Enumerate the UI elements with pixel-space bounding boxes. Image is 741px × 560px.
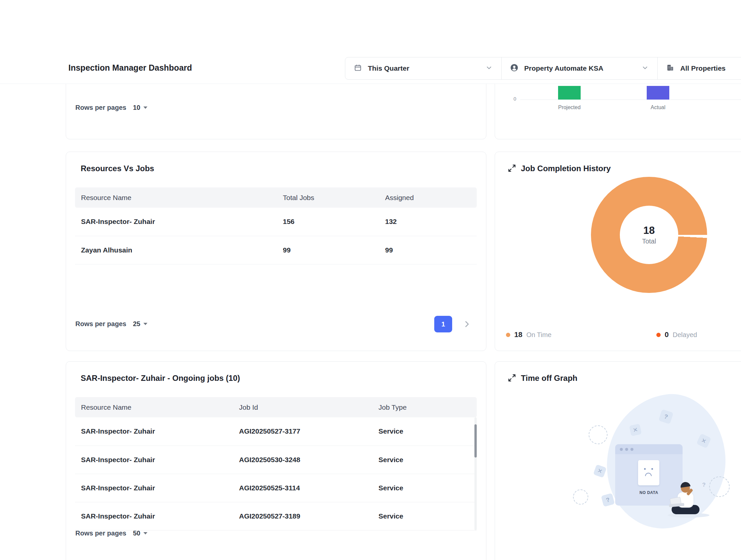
building-icon [666,64,674,73]
legend-item-on-time[interactable]: 18 On Time [506,330,551,339]
column-header: Resource Name [75,187,277,208]
rows-per-page-select[interactable]: 50 [133,530,147,537]
job-id-cell: AGI20250527-3177 [233,417,373,446]
resource-name-cell: SAR-Inspector- Zuhair [75,446,233,474]
page-title: Inspection Manager Dashboard [68,63,192,73]
resources-table: Resource Name Total Jobs Assigned SAR-In… [75,187,477,264]
table-row[interactable]: SAR-Inspector- Zuhair AGI20250527-3189 S… [75,502,477,530]
caret-down-icon [143,106,147,109]
page-1-button[interactable]: 1 [434,316,452,332]
calendar-icon [354,64,362,73]
card-title: SAR-Inspector- Zuhair - Ongoing jobs (10… [81,374,240,383]
table-row[interactable]: SAR-Inspector- Zuhair 156 132 [75,208,477,236]
account-filter-dropdown[interactable]: Property Automate KSA [501,57,657,79]
legend-dot-on-time [506,333,510,337]
job-type-cell: Service [373,417,477,446]
properties-filter-label: All Properties [680,64,726,72]
bar-label-projected: Projected [546,104,593,110]
resources-vs-jobs-card: Resources Vs Jobs Resource Name Total Jo… [66,152,486,351]
y-axis-zero-label: 0 [503,96,516,101]
user-icon [510,64,518,73]
caret-down-icon [143,323,147,325]
resource-name-cell: SAR-Inspector- Zuhair [75,417,233,446]
question-tile-icon: ? [601,493,615,507]
job-type-cell: Service [373,446,477,474]
sad-document-icon [638,460,659,485]
person-graphic: ? [668,481,711,517]
rows-per-page-label: Rows per pages [75,104,126,111]
donut-total-label: Total [642,238,656,245]
column-header: Job Id [233,397,373,417]
legend-dot-delayed [656,333,661,337]
period-filter-dropdown[interactable]: This Quarter [345,57,501,79]
caret-down-icon [143,532,147,535]
expand-icon[interactable] [508,164,516,174]
total-jobs-cell: 99 [277,236,379,264]
period-filter-label: This Quarter [368,64,409,72]
chevron-down-icon [642,64,649,73]
assigned-cell: 99 [379,236,477,264]
card-title: Resources Vs Jobs [81,164,154,173]
job-type-cell: Service [373,474,477,502]
assigned-cell: 132 [379,208,477,236]
bar-actual [647,86,669,99]
cross-tile-icon: ✕ [629,424,642,436]
table-row[interactable]: SAR-Inspector- Zuhair AGI20250530-3248 S… [75,446,477,474]
dashed-circle-decoration [589,425,608,444]
table-scrollbar-thumb[interactable] [474,424,477,458]
no-data-illustration: ? ✕ ✕ ? ✕ NO DATA ? [495,362,741,560]
rows-per-page-label: Rows per pages [75,530,126,537]
job-id-cell: AGI20250525-3114 [233,474,373,502]
card-title: Job Completion History [521,164,611,173]
legend-label: Delayed [673,331,697,339]
rows-per-page-select[interactable]: 25 [133,320,147,328]
rows-per-page-label: Rows per pages [75,320,126,328]
legend-value: 18 [514,330,522,339]
donut-center: 18 Total [620,206,678,264]
account-filter-label: Property Automate KSA [524,64,603,72]
column-header: Total Jobs [277,187,379,208]
bar-label-actual: Actual [635,104,681,110]
table-row[interactable]: SAR-Inspector- Zuhair AGI20250527-3177 S… [75,417,477,446]
job-id-cell: AGI20250530-3248 [233,446,373,474]
header-filter-group: This Quarter Property Automate KSA [345,57,741,80]
dashed-circle-decoration [573,489,588,504]
resource-name-cell: Zayan Alhusain [75,236,277,264]
ongoing-jobs-card: SAR-Inspector- Zuhair - Ongoing jobs (10… [66,361,486,560]
page-header: Inspection Manager Dashboard This Quarte… [0,0,741,84]
resource-name-cell: SAR-Inspector- Zuhair [75,502,233,530]
question-mark-decoration: ? [702,482,705,488]
resource-name-cell: SAR-Inspector- Zuhair [75,474,233,502]
job-completion-donut: 18 Total [591,177,707,293]
ongoing-jobs-table: Resource Name Job Id Job Type SAR-Inspec… [75,397,477,531]
total-jobs-cell: 156 [277,208,379,236]
next-page-button[interactable] [462,319,472,330]
job-type-cell: Service [373,502,477,530]
dashed-circle-decoration [709,476,730,497]
table-row[interactable]: SAR-Inspector- Zuhair AGI20250525-3114 S… [75,474,477,502]
column-header: Assigned [379,187,477,208]
job-completion-card: Job Completion History 18 Total 18 On Ti… [495,152,741,351]
cross-tile-icon: ✕ [593,464,607,478]
column-header: Resource Name [75,397,233,417]
bar-projected [558,86,581,99]
x-axis-line [520,99,741,100]
rows-per-page-select[interactable]: 10 [133,104,147,111]
column-header: Job Type [373,397,477,417]
browser-titlebar-graphic [615,444,683,454]
legend-label: On Time [526,331,551,339]
job-id-cell: AGI20250527-3189 [233,502,373,530]
time-off-card: Time off Graph ? ✕ ✕ ? ✕ NO DATA [495,361,741,560]
legend-value: 0 [665,330,669,339]
properties-filter-dropdown[interactable]: All Properties [657,57,741,79]
donut-total-value: 18 [644,225,655,237]
legend-item-delayed[interactable]: 0 Delayed [656,330,697,339]
resource-name-cell: SAR-Inspector- Zuhair [75,208,277,236]
chevron-down-icon [485,64,493,73]
table-row[interactable]: Zayan Alhusain 99 99 [75,236,477,264]
